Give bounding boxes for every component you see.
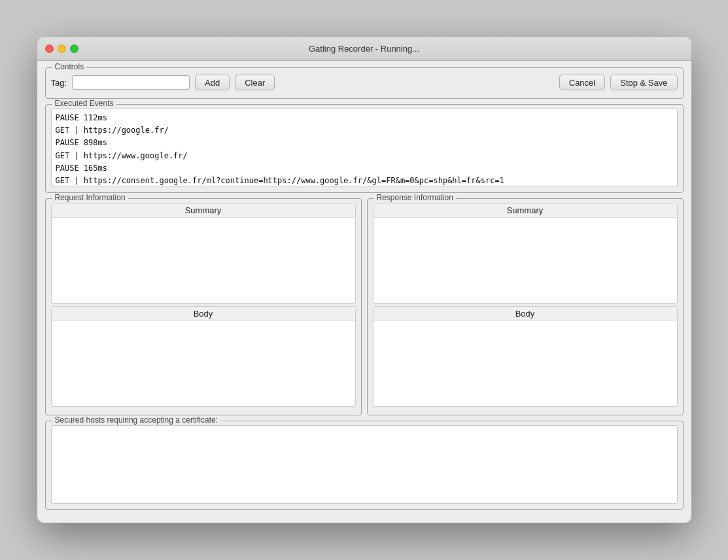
executed-events-area[interactable]: PAUSE 112ms GET | https://google.fr/ PAU… <box>51 109 678 187</box>
request-body-title: Body <box>52 307 355 321</box>
response-summary-panel: Summary <box>373 203 678 304</box>
secured-hosts-area[interactable] <box>51 425 678 504</box>
response-info-label: Response Information <box>374 193 456 202</box>
request-info-label: Request Information <box>52 193 128 202</box>
minimize-button[interactable] <box>58 44 66 53</box>
window-title: Gatling Recorder - Running... <box>309 44 419 54</box>
request-summary-panel: Summary <box>51 203 356 304</box>
request-summary-title: Summary <box>52 203 355 218</box>
executed-events-group: Executed Events PAUSE 112ms GET | https:… <box>45 104 684 193</box>
cancel-button[interactable]: Cancel <box>559 75 605 90</box>
tag-input[interactable] <box>72 75 190 90</box>
event-line-5: PAUSE 165ms <box>56 162 673 175</box>
response-body-content[interactable] <box>373 321 677 406</box>
clear-button[interactable]: Clear <box>235 75 275 90</box>
title-bar: Gatling Recorder - Running... <box>37 37 691 61</box>
event-line-1: PAUSE 112ms <box>56 112 673 124</box>
secured-hosts-group: Secured hosts requiring accepting a cert… <box>45 421 684 510</box>
response-body-panel: Body <box>373 306 678 407</box>
controls-label: Controls <box>52 62 87 71</box>
executed-events-label: Executed Events <box>52 99 116 108</box>
traffic-lights <box>45 44 78 53</box>
secured-hosts-label: Secured hosts requiring accepting a cert… <box>52 415 220 425</box>
main-window: Gatling Recorder - Running... Controls T… <box>37 37 691 523</box>
req-res-row: Request Information Summary Body Respons… <box>45 198 684 421</box>
response-summary-title: Summary <box>373 203 677 218</box>
add-button[interactable]: Add <box>195 75 230 90</box>
window-content: Controls Tag: Add Clear Cancel Stop & Sa… <box>37 61 691 523</box>
request-body-panel: Body <box>51 306 356 407</box>
stop-save-button[interactable]: Stop & Save <box>610 75 677 90</box>
event-line-2: GET | https://google.fr/ <box>56 124 673 137</box>
controls-row: Tag: Add Clear Cancel Stop & Save <box>51 72 678 93</box>
event-line-4: GET | https://www.google.fr/ <box>56 150 673 162</box>
event-line-3: PAUSE 898ms <box>56 137 673 149</box>
event-line-6: GET | https://consent.google.fr/ml?conti… <box>56 175 673 187</box>
response-info-group: Response Information Summary Body <box>367 198 684 415</box>
maximize-button[interactable] <box>70 44 78 53</box>
close-button[interactable] <box>45 44 54 53</box>
tag-label: Tag: <box>51 78 67 88</box>
response-summary-body[interactable] <box>373 218 677 303</box>
controls-group: Controls Tag: Add Clear Cancel Stop & Sa… <box>45 67 684 99</box>
response-body-title: Body <box>373 307 677 321</box>
request-summary-body[interactable] <box>52 218 355 303</box>
request-info-group: Request Information Summary Body <box>45 198 362 415</box>
request-body-content[interactable] <box>52 321 355 406</box>
